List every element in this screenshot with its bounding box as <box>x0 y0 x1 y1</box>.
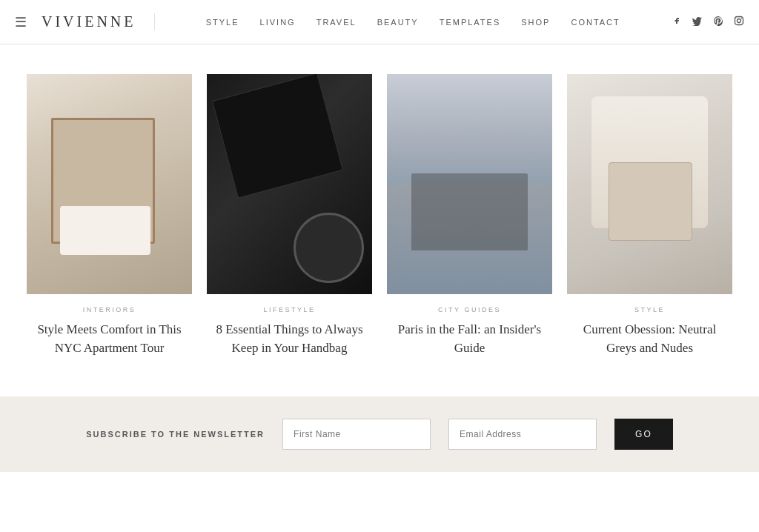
twitter-icon[interactable] <box>692 16 703 29</box>
card-image-lifestyle[interactable] <box>207 74 372 294</box>
card-title-lifestyle: 8 Essential Things to Always Keep in You… <box>213 321 366 357</box>
card-title-paris: Paris in the Fall: an Insider's Guide <box>393 321 546 357</box>
nav-beauty[interactable]: BEAUTY <box>377 18 419 27</box>
card-style: STYLE Current Obession: Neutral Greys an… <box>567 74 732 367</box>
card-category-paris: CITY GUIDES <box>393 306 546 313</box>
menu-icon[interactable]: ☰ <box>15 14 27 30</box>
nav-style[interactable]: STYLE <box>206 18 239 27</box>
card-category-interiors: INTERIORS <box>33 306 186 313</box>
facebook-icon[interactable] <box>672 16 682 29</box>
svg-point-1 <box>738 19 741 22</box>
card-image-style[interactable] <box>567 74 732 294</box>
site-header: ☰ VIVIENNE STYLE LIVING TRAVEL BEAUTY TE… <box>0 0 759 44</box>
card-lifestyle: LIFESTYLE 8 Essential Things to Always K… <box>207 74 372 367</box>
main-content: INTERIORS Style Meets Comfort in This NY… <box>0 44 759 396</box>
card-body-paris: CITY GUIDES Paris in the Fall: an Inside… <box>387 294 552 366</box>
card-interiors: INTERIORS Style Meets Comfort in This NY… <box>27 74 192 367</box>
card-body-style: STYLE Current Obession: Neutral Greys an… <box>567 294 732 366</box>
instagram-icon[interactable] <box>734 16 744 29</box>
cards-grid: INTERIORS Style Meets Comfort in This NY… <box>27 74 732 367</box>
card-body-lifestyle: LIFESTYLE 8 Essential Things to Always K… <box>207 294 372 366</box>
newsletter-firstname-input[interactable] <box>282 419 431 450</box>
card-title-interiors: Style Meets Comfort in This NYC Apartmen… <box>33 321 186 357</box>
social-icons <box>672 16 744 29</box>
card-image-interiors[interactable] <box>27 74 192 294</box>
pinterest-icon[interactable] <box>713 16 723 29</box>
newsletter-go-button[interactable]: GO <box>614 419 673 450</box>
nav-travel[interactable]: TRAVEL <box>316 18 357 27</box>
site-logo[interactable]: VIVIENNE <box>42 13 155 30</box>
nav-living[interactable]: LIVING <box>260 18 296 27</box>
card-paris: CITY GUIDES Paris in the Fall: an Inside… <box>387 74 552 367</box>
card-body-interiors: INTERIORS Style Meets Comfort in This NY… <box>27 294 192 366</box>
newsletter-section: SUBSCRIBE TO THE NEWSLETTER GO <box>0 396 759 472</box>
svg-point-2 <box>741 17 742 18</box>
main-nav: STYLE LIVING TRAVEL BEAUTY TEMPLATES SHO… <box>155 18 672 27</box>
card-category-lifestyle: LIFESTYLE <box>213 306 366 313</box>
newsletter-label: SUBSCRIBE TO THE NEWSLETTER <box>86 430 265 439</box>
nav-shop[interactable]: SHOP <box>521 18 550 27</box>
card-category-style: STYLE <box>573 306 726 313</box>
card-image-paris[interactable] <box>387 74 552 294</box>
card-title-style: Current Obession: Neutral Greys and Nude… <box>573 321 726 357</box>
nav-templates[interactable]: TEMPLATES <box>440 18 501 27</box>
nav-contact[interactable]: CONTACT <box>571 18 620 27</box>
newsletter-email-input[interactable] <box>448 419 597 450</box>
